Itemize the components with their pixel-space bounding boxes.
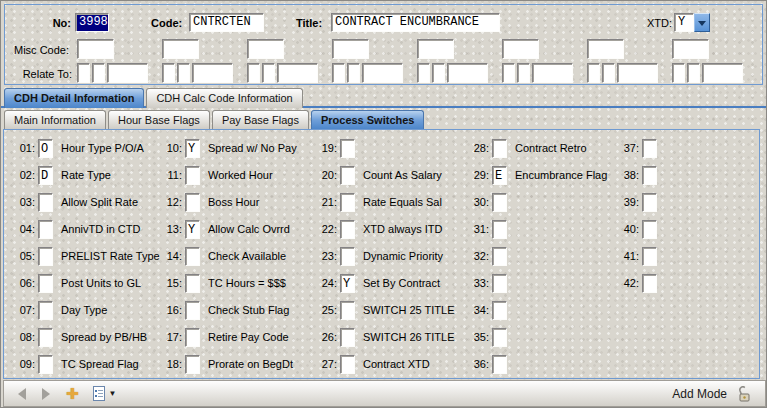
switch-row: 36:: [465, 351, 515, 377]
switch-value-input[interactable]: [340, 301, 355, 320]
switch-label: Hour Type P/O/A: [61, 142, 144, 154]
switch-value-input[interactable]: [185, 328, 200, 347]
switch-value-input[interactable]: Y: [340, 274, 355, 293]
relate-to-field[interactable]: [417, 63, 430, 83]
switch-value-input[interactable]: [642, 166, 657, 185]
switch-value-input[interactable]: [492, 139, 507, 158]
switch-value-input[interactable]: [340, 193, 355, 212]
xtd-field[interactable]: Y: [674, 13, 694, 32]
misc-code-field[interactable]: [587, 39, 624, 59]
xtd-dropdown-button[interactable]: [694, 13, 710, 32]
relate-to-field[interactable]: [262, 63, 275, 83]
switch-value-input[interactable]: [38, 328, 53, 347]
misc-code-field[interactable]: [417, 39, 454, 59]
relate-to-label: Relate To:: [5, 68, 72, 80]
switch-value-input[interactable]: [38, 274, 53, 293]
relate-to-field[interactable]: [332, 63, 345, 83]
switch-value-input[interactable]: [38, 301, 53, 320]
misc-code-field[interactable]: [77, 39, 114, 59]
switch-number: 41:: [615, 250, 639, 262]
relate-to-field[interactable]: [587, 63, 600, 83]
switch-value-input[interactable]: [38, 247, 53, 266]
relate-to-field[interactable]: [192, 63, 233, 83]
switch-value-input[interactable]: [185, 166, 200, 185]
relate-to-field[interactable]: [347, 63, 360, 83]
relate-to-field[interactable]: [687, 63, 700, 83]
switch-value-input[interactable]: [185, 355, 200, 374]
relate-to-field[interactable]: [247, 63, 260, 83]
next-record-icon[interactable]: [42, 388, 50, 400]
relate-to-field[interactable]: [617, 63, 658, 83]
switch-value-input[interactable]: E: [492, 166, 507, 185]
switch-value-input[interactable]: [642, 274, 657, 293]
misc-code-field[interactable]: [672, 39, 709, 59]
switch-value-input[interactable]: [340, 166, 355, 185]
switch-value-input[interactable]: [38, 220, 53, 239]
cdh-detail-window: No: 3998 Code: CNTRCTEN Title: CONTRACT …: [0, 0, 767, 408]
switch-value-input[interactable]: [185, 247, 200, 266]
switch-value-input[interactable]: [492, 355, 507, 374]
switch-value-input[interactable]: Y: [185, 220, 200, 239]
switch-value-input[interactable]: [38, 355, 53, 374]
switch-value-input[interactable]: [340, 139, 355, 158]
switch-value-input[interactable]: [492, 274, 507, 293]
switch-value-input[interactable]: [185, 193, 200, 212]
caret-down-icon[interactable]: ▼: [109, 389, 117, 398]
previous-record-icon[interactable]: [18, 388, 26, 400]
tab-pay-base-flags[interactable]: Pay Base Flags: [212, 110, 309, 129]
relate-to-field[interactable]: [447, 63, 488, 83]
switch-row: 39:: [615, 189, 665, 215]
tab-main-information[interactable]: Main Information: [4, 110, 106, 129]
title-field[interactable]: CONTRACT ENCUMBRANCE: [331, 13, 500, 32]
relate-to-field[interactable]: [362, 63, 403, 83]
relate-to-field[interactable]: [502, 63, 515, 83]
switch-value-input[interactable]: D: [38, 166, 53, 185]
tab-process-switches[interactable]: Process Switches: [311, 110, 425, 129]
misc-code-field[interactable]: [247, 39, 284, 59]
add-record-icon[interactable]: ✚: [66, 386, 79, 401]
relate-to-field[interactable]: [702, 63, 743, 83]
switch-value-input[interactable]: Y: [185, 139, 200, 158]
misc-code-field[interactable]: [332, 39, 369, 59]
no-field[interactable]: 3998: [75, 13, 109, 32]
switch-row: 38:: [615, 162, 665, 188]
switch-number: 31:: [465, 223, 489, 235]
switch-number: 12:: [158, 196, 182, 208]
switch-value-input[interactable]: [340, 328, 355, 347]
relate-to-field[interactable]: [532, 63, 573, 83]
misc-code-field[interactable]: [502, 39, 539, 59]
relate-to-field[interactable]: [602, 63, 615, 83]
switch-value-input[interactable]: [642, 247, 657, 266]
switch-value-input[interactable]: [492, 247, 507, 266]
switch-value-input[interactable]: [38, 193, 53, 212]
switch-value-input[interactable]: [642, 220, 657, 239]
relate-to-field[interactable]: [277, 63, 318, 83]
switch-value-input[interactable]: [185, 274, 200, 293]
relate-to-field[interactable]: [107, 63, 148, 83]
switch-value-input[interactable]: [492, 220, 507, 239]
relate-to-field[interactable]: [517, 63, 530, 83]
switch-value-input[interactable]: [340, 247, 355, 266]
relate-to-field[interactable]: [432, 63, 445, 83]
options-menu-icon[interactable]: [93, 386, 105, 401]
switch-value-input[interactable]: [185, 301, 200, 320]
relate-to-field[interactable]: [77, 63, 90, 83]
misc-code-field[interactable]: [162, 39, 199, 59]
switch-value-input[interactable]: [642, 193, 657, 212]
code-field[interactable]: CNTRCTEN: [189, 13, 264, 32]
relate-to-field[interactable]: [672, 63, 685, 83]
switch-value-input[interactable]: [340, 355, 355, 374]
tab-cdh-detail-information[interactable]: CDH Detail Information: [4, 88, 144, 108]
relate-to-field[interactable]: [177, 63, 190, 83]
switch-value-input[interactable]: [492, 301, 507, 320]
switch-value-input[interactable]: [340, 220, 355, 239]
relate-to-field[interactable]: [92, 63, 105, 83]
switch-value-input[interactable]: [492, 193, 507, 212]
switch-value-input[interactable]: [492, 328, 507, 347]
switch-value-input[interactable]: O: [38, 139, 53, 158]
switch-number: 13:: [158, 223, 182, 235]
tab-cdh-calc-code-information[interactable]: CDH Calc Code Information: [146, 88, 302, 108]
tab-hour-base-flags[interactable]: Hour Base Flags: [108, 110, 210, 129]
switch-value-input[interactable]: [642, 139, 657, 158]
relate-to-field[interactable]: [162, 63, 175, 83]
